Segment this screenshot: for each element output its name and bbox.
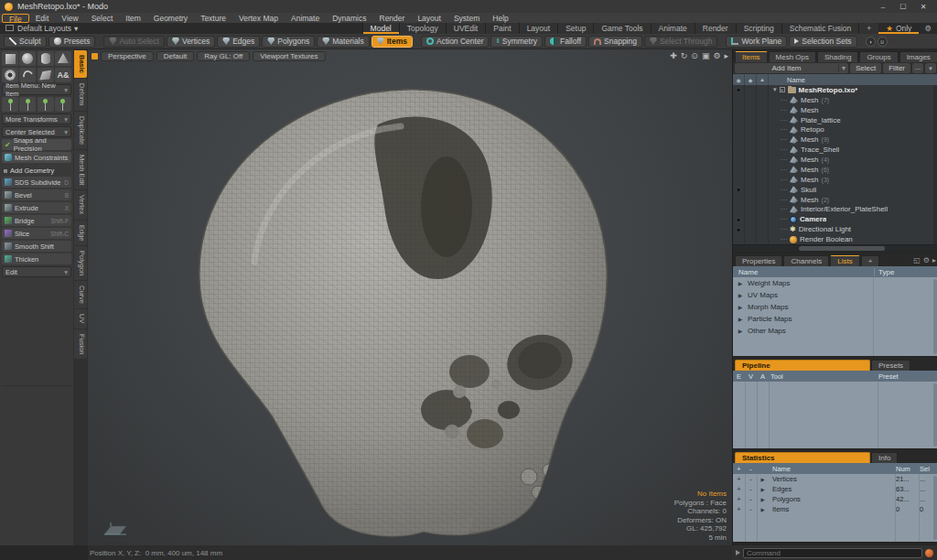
tree-item-render-boolean[interactable]: Render Boolean	[733, 234, 937, 244]
sidebar-tab-curve[interactable]: Curve	[74, 281, 87, 308]
scale-tool-icon[interactable]	[38, 97, 54, 112]
list-row-weight-maps[interactable]: ▶Weight Maps	[733, 277, 937, 289]
list-row-morph-maps[interactable]: ▶Morph Maps	[733, 301, 937, 313]
viewport-thumb-icon[interactable]	[92, 53, 98, 59]
menu-dynamics[interactable]: Dynamics	[326, 14, 372, 23]
tree-item-directional-light[interactable]: ◉✱Directional Light	[733, 224, 937, 234]
default-layouts-dropdown[interactable]: Default Layouts ▾	[17, 23, 78, 34]
symmetry-button[interactable]: ‖Symmetry	[490, 36, 543, 48]
more-transforms-dropdown[interactable]: More Transforms▾	[2, 113, 71, 124]
stat-row-polygons[interactable]: +-▶Polygons42......	[733, 494, 937, 504]
tree-item-camera[interactable]: ◉Camera	[733, 214, 937, 224]
edit-dropdown[interactable]: Edit▾	[2, 266, 71, 277]
filter-funnel-icon[interactable]: ▼	[925, 63, 936, 73]
bevel-tool[interactable]: BevelB	[2, 189, 71, 200]
layout-tab-animate[interactable]: Animate	[651, 23, 695, 34]
tree-item-interior-exterior-plateshell[interactable]: Interior/Exterior_PlateShell	[733, 205, 937, 215]
action-center-button[interactable]: Action Center	[421, 36, 490, 48]
menu-system[interactable]: System	[447, 14, 486, 23]
sidebar-tab-deform[interactable]: Deform	[74, 79, 87, 111]
filter-button[interactable]: Filter	[883, 63, 910, 73]
torus-icon[interactable]	[2, 68, 18, 82]
command-run-icon[interactable]	[736, 550, 740, 555]
sidebar-tab-basic[interactable]: Basic	[74, 50, 87, 78]
select-through-button[interactable]: Select Through	[644, 36, 718, 48]
lists-tab-properties[interactable]: Properties	[735, 255, 782, 266]
stat-row-items[interactable]: +-▶Items00	[733, 504, 937, 514]
pipeline-tab-presets[interactable]: Presets	[871, 360, 910, 371]
layout-tab-scripting[interactable]: Scripting	[736, 23, 781, 34]
snapping-button[interactable]: Snapping	[588, 36, 642, 48]
menu-edit[interactable]: Edit	[29, 14, 56, 23]
polygons-button[interactable]: Polygons	[262, 36, 315, 48]
eye-icon[interactable]: ◉	[736, 216, 741, 223]
extrude-tool[interactable]: ExtrudeX	[2, 202, 71, 213]
perspective-button[interactable]: Perspective	[101, 51, 154, 61]
sidebar-tab-fusion[interactable]: Fusion	[74, 329, 87, 360]
minus-icon[interactable]: -	[745, 485, 757, 493]
pan-icon[interactable]: ✚	[670, 50, 677, 61]
mesh-constraints-button[interactable]: Mesh Constraints	[2, 152, 71, 163]
pipeline-scrollbar[interactable]	[933, 383, 937, 447]
expand-icon[interactable]: +	[780, 87, 785, 92]
tree-item-mesh[interactable]: Mesh	[733, 105, 937, 115]
minus-icon[interactable]: -	[745, 495, 757, 503]
sidebar-tab-mesh-edit[interactable]: Mesh Edit	[74, 150, 87, 189]
expand-arrow-icon[interactable]: ▶	[757, 507, 769, 512]
add-geometry-header[interactable]: Add Geometry	[2, 165, 71, 175]
default-button[interactable]: Default	[156, 51, 194, 61]
viewport-textures-button[interactable]: Viewport Textures	[253, 51, 325, 61]
command-history-icon[interactable]	[925, 549, 933, 557]
ray-gl-off-button[interactable]: Ray GL: Off	[197, 51, 250, 61]
smooth-shift-tool[interactable]: Smooth Shift	[2, 241, 71, 252]
layout-tab-paint[interactable]: Paint	[485, 23, 518, 34]
expand-arrow-icon[interactable]: ▶	[733, 304, 748, 310]
transform-tool-icon[interactable]	[55, 97, 71, 112]
layout-tab-model[interactable]: Model	[362, 23, 399, 34]
sds-subdivide-tool[interactable]: SDS SubdivideD	[2, 177, 71, 188]
materials-button[interactable]: Materials	[317, 36, 369, 48]
tree-item-trace-shell[interactable]: Trace_Shell	[733, 145, 937, 155]
cube-icon[interactable]	[2, 51, 18, 66]
items-horizontal-scrollbar[interactable]	[733, 244, 937, 252]
menu-layout[interactable]: Layout	[411, 14, 447, 23]
move-tool-icon[interactable]	[2, 97, 18, 112]
minus-icon[interactable]: -	[745, 475, 757, 483]
list-row-other-maps[interactable]: ▶Other Maps	[733, 325, 937, 337]
layout-tab-schematic-fusion[interactable]: Schematic Fusion	[781, 23, 859, 34]
work-plane-button[interactable]: Work Plane	[726, 36, 787, 48]
tree-item-mesh[interactable]: Mesh(3)	[733, 175, 937, 185]
menu-file[interactable]: File	[2, 14, 29, 23]
rotate-icon[interactable]: ↻	[681, 50, 688, 61]
eye-icon[interactable]: ◉	[736, 186, 741, 193]
frame-icon[interactable]: ▣	[702, 50, 710, 61]
sidebar-tab-duplicate[interactable]: Duplicate	[74, 112, 87, 149]
plus-icon[interactable]: +	[733, 505, 745, 513]
viewport-gear-icon[interactable]: ⚙	[713, 50, 720, 61]
layout-tab-plus[interactable]: +	[858, 23, 878, 34]
lists-tab-plus[interactable]: +	[861, 255, 880, 266]
maximize-button[interactable]: ☐	[894, 1, 912, 13]
items-button[interactable]: Items	[372, 36, 413, 48]
tree-item-skull[interactable]: ◉Skull	[733, 185, 937, 195]
sidebar-tab-edge[interactable]: Edge	[74, 221, 87, 246]
stat-row-vertices[interactable]: +-▶Vertices21......	[733, 474, 937, 484]
command-input[interactable]	[743, 548, 922, 558]
items-tab-images[interactable]: Images	[899, 51, 937, 62]
tree-item-meshretopo-lxo[interactable]: ◉▾+MeshRetopo.lxo*	[733, 85, 937, 95]
stat-row-edges[interactable]: +-▶Edges63......	[733, 484, 937, 494]
items-vertical-scrollbar[interactable]	[933, 85, 937, 244]
layout-tab-uvedit[interactable]: UVEdit	[446, 23, 485, 34]
sidebar-tab-vertex[interactable]: Vertex	[74, 190, 87, 219]
minimize-button[interactable]: –	[874, 1, 892, 13]
expand-arrow-icon[interactable]: ▶	[733, 280, 748, 286]
tree-item-mesh[interactable]: Mesh(9)	[733, 135, 937, 145]
minus-icon[interactable]: -	[745, 505, 757, 513]
expand-arrow-icon[interactable]: ▶	[757, 487, 769, 492]
layout-gear-icon[interactable]: ⚙	[919, 23, 937, 34]
layout-tab-render[interactable]: Render	[695, 23, 736, 34]
menu-geometry[interactable]: Geometry	[147, 14, 194, 23]
viewport-mode-icon[interactable]: ◑	[866, 37, 876, 47]
tree-item-mesh[interactable]: Mesh(7)	[733, 95, 937, 105]
pipeline-tab-pipeline[interactable]: Pipeline	[735, 360, 870, 371]
